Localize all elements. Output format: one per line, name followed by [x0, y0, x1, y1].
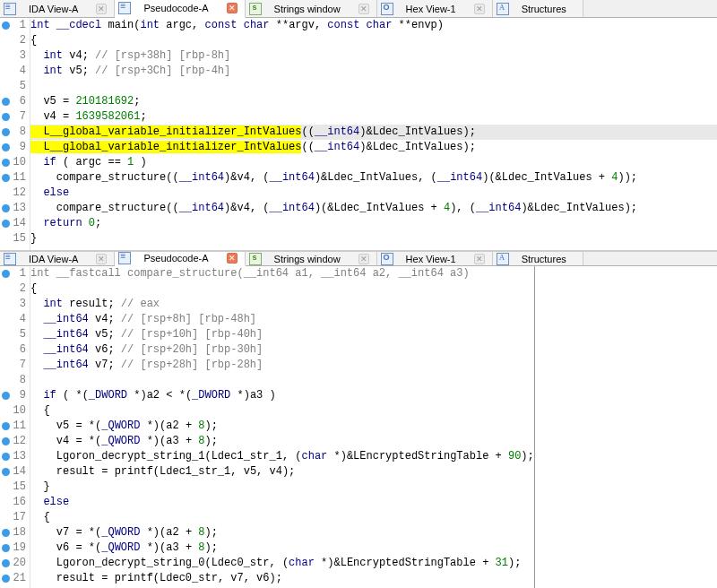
- code-line[interactable]: compare_structure((__int64)&v4, (__int64…: [30, 170, 717, 186]
- tab-ida[interactable]: IDA View-A✕: [0, 0, 115, 17]
- gutter-row[interactable]: 18: [0, 525, 26, 540]
- close-icon[interactable]: ✕: [358, 254, 369, 264]
- gutter-row[interactable]: 1: [0, 18, 26, 33]
- code-line[interactable]: v6 = *(_QWORD *)(a3 + 8);: [30, 540, 534, 556]
- gutter-row[interactable]: 12: [0, 186, 26, 201]
- gutter-row[interactable]: 2: [0, 281, 26, 297]
- breakpoint-icon[interactable]: [2, 204, 10, 212]
- code-line[interactable]: result = printf(Ldec0_str, v7, v6);: [30, 571, 534, 586]
- gutter-row[interactable]: 8: [0, 373, 26, 388]
- code-line[interactable]: __int64 v5; // [rsp+10h] [rbp-40h]: [30, 327, 534, 342]
- gutter-row[interactable]: 12: [0, 434, 26, 449]
- gutter-row[interactable]: 4: [0, 64, 26, 79]
- breakpoint-icon[interactable]: [2, 174, 10, 182]
- code-line[interactable]: v4 = 1639582061;: [30, 109, 717, 125]
- breakpoint-icon[interactable]: [2, 98, 10, 106]
- code-line[interactable]: int __fastcall compare_structure(__int64…: [30, 266, 534, 281]
- code-line[interactable]: L__global_variable_initializer_IntValues…: [30, 125, 717, 140]
- code-line[interactable]: {: [30, 510, 534, 525]
- top-gutter[interactable]: 123456789101112131415: [0, 18, 30, 250]
- close-icon[interactable]: ✕: [358, 4, 369, 14]
- breakpoint-icon[interactable]: [2, 437, 10, 445]
- gutter-row[interactable]: 4: [0, 312, 26, 327]
- breakpoint-icon[interactable]: [2, 143, 10, 151]
- breakpoint-icon[interactable]: [2, 270, 10, 278]
- breakpoint-icon[interactable]: [2, 22, 10, 30]
- gutter-row[interactable]: 21: [0, 571, 26, 586]
- breakpoint-icon[interactable]: [2, 128, 10, 136]
- breakpoint-icon[interactable]: [2, 422, 10, 430]
- gutter-row[interactable]: 17: [0, 510, 26, 525]
- code-line[interactable]: if ( argc == 1 ): [30, 155, 717, 170]
- breakpoint-icon[interactable]: [2, 113, 10, 121]
- gutter-row[interactable]: 13: [0, 449, 26, 464]
- gutter-row[interactable]: 6: [0, 342, 26, 358]
- close-icon[interactable]: ✕: [474, 4, 485, 14]
- tab-hex[interactable]: Hex View-1✕: [377, 252, 493, 265]
- breakpoint-icon[interactable]: [2, 575, 10, 583]
- tab-ida[interactable]: IDA View-A✕: [0, 252, 115, 265]
- close-icon[interactable]: ✕: [227, 3, 238, 13]
- gutter-row[interactable]: 5: [0, 79, 26, 94]
- code-line[interactable]: result = printf(Ldec1_str_1, v5, v4);: [30, 464, 534, 480]
- gutter-row[interactable]: 9: [0, 388, 26, 403]
- code-line[interactable]: v4 = *(_QWORD *)(a3 + 8);: [30, 434, 534, 449]
- gutter-row[interactable]: 15: [0, 231, 26, 246]
- breakpoint-icon[interactable]: [2, 453, 10, 461]
- breakpoint-icon[interactable]: [2, 559, 10, 567]
- close-icon[interactable]: ✕: [474, 254, 485, 264]
- gutter-row[interactable]: 6: [0, 94, 26, 109]
- top-code[interactable]: int __cdecl main(int argc, const char **…: [30, 18, 717, 250]
- close-icon[interactable]: ✕: [96, 254, 107, 264]
- close-icon[interactable]: ✕: [96, 4, 107, 14]
- code-line[interactable]: L__global_variable_initializer_IntValues…: [30, 140, 717, 155]
- gutter-row[interactable]: 15: [0, 480, 26, 495]
- code-line[interactable]: __int64 v6; // [rsp+20h] [rbp-30h]: [30, 342, 534, 358]
- code-line[interactable]: v5 = *(_QWORD *)(a2 + 8);: [30, 419, 534, 434]
- code-line[interactable]: compare_structure((__int64)&v4, (__int64…: [30, 201, 717, 216]
- code-line[interactable]: {: [30, 33, 717, 48]
- code-line[interactable]: [30, 79, 717, 94]
- bottom-gutter[interactable]: 123456789101112131415161718192021222324: [0, 266, 30, 588]
- gutter-row[interactable]: 7: [0, 358, 26, 373]
- code-line[interactable]: else: [30, 495, 534, 510]
- bottom-code[interactable]: int __fastcall compare_structure(__int64…: [30, 266, 534, 588]
- gutter-row[interactable]: 3: [0, 48, 26, 64]
- gutter-row[interactable]: 8: [0, 125, 26, 140]
- gutter-row[interactable]: 16: [0, 495, 26, 510]
- gutter-row[interactable]: 2: [0, 33, 26, 48]
- code-line[interactable]: if ( *(_DWORD *)a2 < *(_DWORD *)a3 ): [30, 388, 534, 403]
- gutter-row[interactable]: 1: [0, 266, 26, 281]
- tab-hex[interactable]: Hex View-1✕: [377, 0, 493, 17]
- breakpoint-icon[interactable]: [2, 529, 10, 537]
- breakpoint-icon[interactable]: [2, 392, 10, 400]
- breakpoint-icon[interactable]: [2, 468, 10, 476]
- gutter-row[interactable]: 5: [0, 327, 26, 342]
- code-line[interactable]: v5 = 210181692;: [30, 94, 717, 109]
- code-line[interactable]: {: [30, 281, 534, 297]
- code-line[interactable]: else: [30, 186, 717, 201]
- tab-struct[interactable]: Structures: [493, 252, 583, 265]
- tab-strings[interactable]: Strings window✕: [246, 252, 377, 265]
- code-line[interactable]: [30, 373, 534, 388]
- gutter-row[interactable]: 20: [0, 556, 26, 571]
- code-line[interactable]: v7 = *(_QWORD *)(a2 + 8);: [30, 525, 534, 540]
- code-line[interactable]: __int64 v4; // [rsp+8h] [rbp-48h]: [30, 312, 534, 327]
- code-line[interactable]: int __cdecl main(int argc, const char **…: [30, 18, 717, 33]
- close-icon[interactable]: ✕: [227, 253, 238, 264]
- code-line[interactable]: return 0;: [30, 216, 717, 231]
- gutter-row[interactable]: 14: [0, 464, 26, 480]
- breakpoint-icon[interactable]: [2, 159, 10, 167]
- gutter-row[interactable]: 11: [0, 170, 26, 186]
- code-line[interactable]: }: [30, 480, 534, 495]
- code-line[interactable]: Lgoron_decrypt_string_1(Ldec1_str_1, (ch…: [30, 449, 534, 464]
- gutter-row[interactable]: 19: [0, 540, 26, 556]
- gutter-row[interactable]: 10: [0, 403, 26, 419]
- tab-pseudo[interactable]: Pseudocode-A✕: [115, 252, 245, 266]
- code-line[interactable]: }: [30, 231, 717, 246]
- gutter-row[interactable]: 9: [0, 140, 26, 155]
- gutter-row[interactable]: 11: [0, 419, 26, 434]
- breakpoint-icon[interactable]: [2, 220, 10, 228]
- breakpoint-icon[interactable]: [2, 544, 10, 552]
- gutter-row[interactable]: 13: [0, 201, 26, 216]
